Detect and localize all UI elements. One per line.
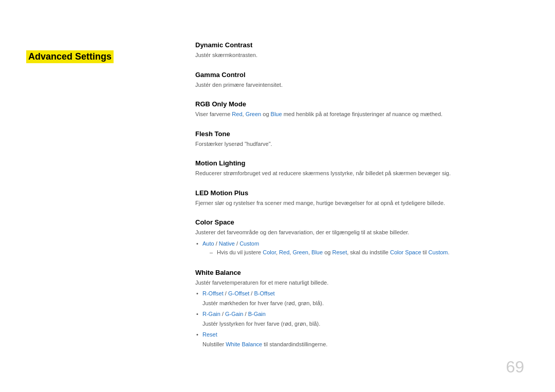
- color-space-sub-bullets: Hvis du vil justere Color, Red, Green, B…: [210, 248, 524, 257]
- white-balance-bullets: R-Offset / G-Offset / B-Offset: [195, 289, 524, 298]
- section-color-space: Color Space Justerer det farveområde og …: [195, 218, 524, 257]
- rgb-only-mode-desc: Viser farverne Red, Green og Blue med he…: [195, 110, 524, 119]
- rgb-only-mode-title: RGB Only Mode: [195, 100, 524, 108]
- offset-desc: Justér mørkheden for hver farve (rød, gr…: [195, 299, 524, 308]
- sidebar-title: Advanced Settings: [26, 50, 114, 63]
- white-balance-link: White Balance: [226, 341, 262, 347]
- g-gain-link: G-Gain: [225, 311, 243, 317]
- color-space-desc: Justerer det farveområde og den farvevar…: [195, 228, 524, 237]
- section-led-motion-plus: LED Motion Plus Fjerner slør og rystelse…: [195, 189, 524, 208]
- color-space-link: Color Space: [390, 249, 421, 255]
- section-flesh-tone: Flesh Tone Forstærker lyserød "hudfarve"…: [195, 130, 524, 148]
- page-number: 69: [506, 358, 524, 377]
- red-link: Red: [232, 111, 242, 117]
- gain-bullet: R-Gain / G-Gain / B-Gain: [195, 310, 524, 319]
- blue-link: Blue: [271, 111, 282, 117]
- content-area: Dynamic Contrast Justér skærmkontrasten.…: [195, 31, 524, 348]
- reset-desc: Nulstiller White Balance til standardind…: [195, 340, 524, 349]
- reset-link: Reset: [332, 249, 347, 255]
- color-space-bullets: Auto / Native / Custom Hvis du vil juste…: [195, 239, 524, 257]
- color-space-options: Auto / Native / Custom Hvis du vil juste…: [195, 239, 524, 257]
- color-link: Color: [263, 249, 276, 255]
- white-balance-gain-bullets: R-Gain / G-Gain / B-Gain: [195, 310, 524, 319]
- led-motion-plus-title: LED Motion Plus: [195, 189, 524, 197]
- offset-bullet: R-Offset / G-Offset / B-Offset: [195, 289, 524, 298]
- color-space-title: Color Space: [195, 218, 524, 226]
- green-link2: Green: [292, 249, 308, 255]
- motion-lighting-desc: Reducerer strømforbruget ved at reducere…: [195, 169, 524, 178]
- page-container: Advanced Settings Dynamic Contrast Justé…: [0, 0, 555, 392]
- led-motion-plus-desc: Fjerner slør og rystelser fra scener med…: [195, 199, 524, 208]
- dynamic-contrast-title: Dynamic Contrast: [195, 41, 524, 49]
- r-offset-link: R-Offset: [202, 290, 224, 296]
- gamma-control-title: Gamma Control: [195, 71, 524, 79]
- section-gamma-control: Gamma Control Justér den primære farvein…: [195, 71, 524, 89]
- white-balance-reset-bullets: Reset: [195, 330, 524, 340]
- color-space-sub-desc: Hvis du vil justere Color, Red, Green, B…: [210, 248, 524, 257]
- green-link: Green: [246, 111, 262, 117]
- motion-lighting-title: Motion Lighting: [195, 159, 524, 167]
- flesh-tone-title: Flesh Tone: [195, 130, 524, 138]
- native-link: Native: [219, 240, 235, 247]
- r-gain-link: R-Gain: [202, 311, 220, 317]
- gamma-control-desc: Justér den primære farveintensitet.: [195, 81, 524, 89]
- white-balance-desc: Justér farvetemperaturen for et mere nat…: [195, 278, 524, 287]
- section-motion-lighting: Motion Lighting Reducerer strømforbruget…: [195, 159, 524, 178]
- section-white-balance: White Balance Justér farvetemperaturen f…: [195, 269, 524, 349]
- custom-link2: Custom: [429, 249, 448, 255]
- reset-link2: Reset: [202, 331, 217, 338]
- g-offset-link: G-Offset: [228, 290, 249, 296]
- white-balance-title: White Balance: [195, 269, 524, 276]
- section-rgb-only-mode: RGB Only Mode Viser farverne Red, Green …: [195, 100, 524, 119]
- custom-link: Custom: [239, 240, 259, 247]
- b-offset-link: B-Offset: [254, 290, 274, 296]
- section-dynamic-contrast: Dynamic Contrast Justér skærmkontrasten.: [195, 41, 524, 60]
- gain-desc: Justér lysstyrken for hver farve (rød, g…: [195, 320, 524, 328]
- auto-link: Auto: [202, 240, 214, 247]
- red-link2: Red: [279, 249, 289, 255]
- dynamic-contrast-desc: Justér skærmkontrasten.: [195, 51, 524, 60]
- b-gain-link: B-Gain: [248, 311, 266, 317]
- reset-bullet: Reset: [195, 330, 524, 340]
- blue-link2: Blue: [311, 249, 323, 255]
- flesh-tone-desc: Forstærker lyserød "hudfarve".: [195, 140, 524, 148]
